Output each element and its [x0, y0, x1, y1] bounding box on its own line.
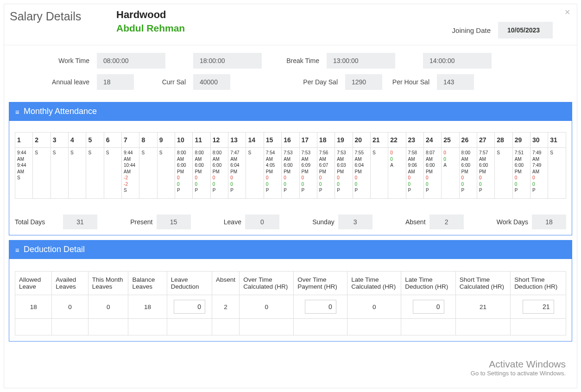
close-icon[interactable]: ✕ — [564, 8, 570, 17]
day-header-24: 24 — [423, 133, 441, 148]
day-header-22: 22 — [388, 133, 406, 148]
val-short-calc: 21 — [455, 295, 510, 319]
break-end-value: 14:00:00 — [423, 53, 492, 69]
day-header-31: 31 — [548, 133, 566, 148]
day-cell-18: 7:56 AM6:07 PM00P — [317, 148, 335, 199]
day-cell-7: 9:44 AM10:44 AM-2-2S — [122, 148, 139, 199]
per-hour-value: 143 — [437, 74, 474, 90]
work-days-value: 18 — [532, 215, 566, 229]
col-this-month-leaves: This Month Leaves — [88, 272, 128, 295]
curr-sal-value: 40000 — [193, 74, 230, 90]
day-cell-31: S — [548, 148, 566, 199]
per-day-label: Per Day Sal — [230, 78, 345, 86]
attendance-table: 1234567891011121314151617181920212223242… — [15, 132, 566, 199]
list-icon — [15, 245, 21, 255]
absent-value: 2 — [429, 215, 464, 229]
day-cell-26: 8:00 AM6:00 PM00P — [459, 148, 477, 199]
company-name: Hardwood — [116, 9, 452, 21]
day-cell-17: 7:53 AM6:09 PM00P — [299, 148, 317, 199]
day-cell-30: 7:49 AM7:49 AM00P — [530, 148, 548, 199]
joining-date-label: Joining Date — [452, 26, 491, 34]
day-cell-27: 7:57 AM6:00 PM00P — [477, 148, 494, 199]
break-time-label: Break Time — [262, 57, 327, 64]
col-absent: Absent — [212, 272, 240, 295]
day-header-18: 18 — [317, 133, 335, 148]
attendance-section-header: Monthly Attendance — [9, 102, 572, 121]
day-cell-5: S — [86, 148, 104, 199]
work-time-label: Work Time — [13, 57, 97, 64]
val-this-month-leaves: 0 — [88, 295, 128, 319]
col-late-ded: Late Time Deduction (HR) — [401, 272, 456, 295]
day-header-30: 30 — [530, 133, 548, 148]
col-allowed-leave: Allowed Leave — [15, 272, 52, 295]
day-cell-23: 7:58 AM9:06 AM00P — [406, 148, 423, 199]
day-cell-22: 00A — [388, 148, 406, 199]
day-cell-12: 8:00 AM6:00 PM00P — [210, 148, 228, 199]
day-cell-4: S — [69, 148, 86, 199]
joining-date-value: 10/05/2023 — [498, 22, 553, 38]
day-header-20: 20 — [353, 133, 370, 148]
work-start-value: 08:00:00 — [97, 53, 165, 69]
present-label: Present — [130, 218, 152, 226]
col-leave-deduction: Leave Deduction — [167, 272, 212, 295]
day-cell-29: 7:51 AM6:00 PM00P — [512, 148, 530, 199]
per-day-value: 1290 — [345, 74, 382, 90]
day-header-7: 7 — [122, 133, 139, 148]
day-cell-10: 8:00 AM6:00 PM00P — [175, 148, 193, 199]
day-cell-19: 7:53 AM6:03 PM00P — [335, 148, 353, 199]
day-header-29: 29 — [512, 133, 530, 148]
overtime-pay-input[interactable] — [305, 300, 336, 314]
deduction-table: Allowed Leave Availed Leaves This Month … — [15, 271, 566, 335]
day-cell-15: 7:54 AM4:05 PM00P — [264, 148, 281, 199]
day-header-28: 28 — [495, 133, 512, 148]
day-header-3: 3 — [51, 133, 68, 148]
sunday-label: Sunday — [312, 218, 334, 226]
col-short-calc: Short Time Calculated (HR) — [455, 272, 510, 295]
val-late-calc: 0 — [347, 295, 401, 319]
day-cell-11: 8:00 AM6:00 PM00P — [193, 148, 210, 199]
day-header-5: 5 — [86, 133, 104, 148]
page-title: Salary Details — [10, 9, 116, 23]
col-short-ded: Short Time Deduction (HR) — [511, 272, 566, 295]
absent-label: Absent — [405, 218, 426, 226]
late-ded-input[interactable] — [413, 300, 444, 314]
val-balance-leaves: 18 — [128, 295, 167, 319]
header: Salary Details Hardwood Abdul Rehman Joi… — [4, 4, 577, 45]
day-header-10: 10 — [175, 133, 193, 148]
sunday-value: 3 — [338, 215, 373, 229]
leave-deduction-input[interactable] — [174, 300, 205, 314]
col-overtime-pay: Over Time Payment (HR) — [294, 272, 347, 295]
day-header-17: 17 — [299, 133, 317, 148]
day-cell-21: S — [370, 148, 388, 199]
day-cell-25: 00A — [442, 148, 459, 199]
day-header-25: 25 — [442, 133, 459, 148]
list-icon — [15, 107, 21, 117]
windows-activation-watermark: Activate Windows Go to Settings to activ… — [471, 359, 566, 377]
day-header-27: 27 — [477, 133, 494, 148]
val-absent: 2 — [212, 295, 240, 319]
day-header-6: 6 — [104, 133, 121, 148]
day-cell-1: 9:44 AM9:44 AMS — [15, 148, 33, 199]
total-days-label: Total Days — [15, 218, 59, 226]
break-start-value: 13:00:00 — [327, 53, 395, 69]
val-availed-leaves: 0 — [52, 295, 88, 319]
day-header-2: 2 — [33, 133, 51, 148]
col-overtime-calc: Over Time Calculated (HR) — [240, 272, 294, 295]
total-days-value: 31 — [63, 215, 97, 229]
day-header-8: 8 — [139, 133, 157, 148]
per-hour-label: Per Hour Sal — [382, 78, 437, 86]
col-availed-leaves: Availed Leaves — [52, 272, 88, 295]
leave-value: 0 — [245, 215, 279, 229]
col-balance-leaves: Balance Leaves — [128, 272, 167, 295]
day-header-14: 14 — [246, 133, 264, 148]
day-header-4: 4 — [69, 133, 86, 148]
day-header-23: 23 — [406, 133, 423, 148]
present-value: 15 — [157, 215, 191, 229]
short-ded-input[interactable] — [523, 300, 554, 314]
leave-label: Leave — [224, 218, 241, 226]
day-header-12: 12 — [210, 133, 228, 148]
day-header-16: 16 — [282, 133, 299, 148]
work-end-value: 18:00:00 — [193, 53, 262, 69]
day-cell-8: S — [139, 148, 157, 199]
day-header-1: 1 — [15, 133, 33, 148]
